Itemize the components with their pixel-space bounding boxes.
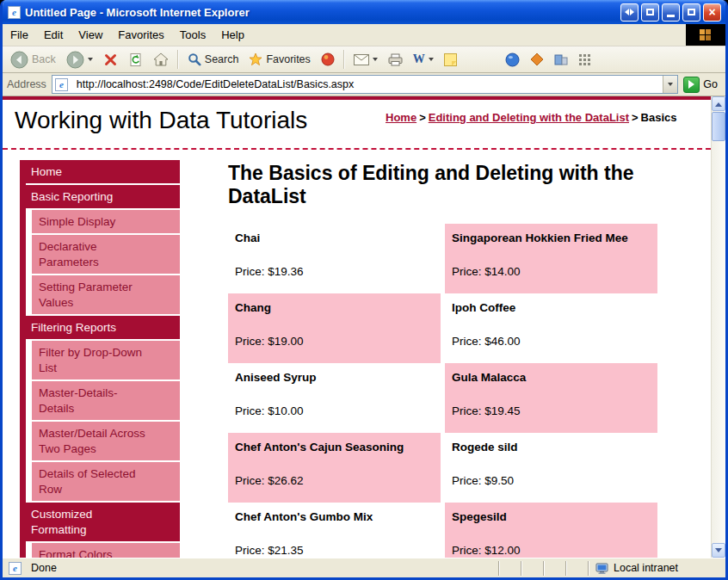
product-name: Rogede sild [452,440,651,454]
breadcrumb-separator: > [632,111,639,124]
security-zone: Local intranet [588,561,724,576]
media-ball-icon [321,52,335,66]
status-page-icon: e [9,562,22,575]
edit-with-word-button[interactable]: W [409,51,438,68]
grid-button[interactable] [574,52,595,68]
page-favicon: e [55,78,68,91]
address-url: http://localhost:2498/Code/EditDeleteDat… [77,78,663,90]
product-name: Chang [235,300,434,315]
sidebar-item-customized-formatting[interactable]: Customized Formatting [20,503,180,541]
forward-icon [66,51,84,69]
status-message: e Done [4,562,498,575]
sidebar-item-filtering-reports[interactable]: Filtering Reports [20,316,180,339]
product-cell: Spegesild Price: $12.00 [445,503,657,558]
messenger-button[interactable] [501,51,524,69]
research-button[interactable] [526,51,548,68]
address-input[interactable]: e http://localhost:2498/Code/EditDeleteD… [52,75,678,94]
toolbar-separator [343,50,345,69]
edit-dropdown-icon [429,58,434,64]
mail-icon [354,54,369,65]
menu-file[interactable]: File [3,24,36,46]
window-title: Untitled Page - Microsoft Internet Explo… [25,6,618,19]
sidebar-item-home[interactable]: Home [20,160,180,183]
sidebar-item-details-of-selected-row[interactable]: Details of Selected Row [32,462,180,501]
close-button[interactable]: × [703,3,721,22]
product-cell: Singaporean Hokkien Fried Mee Price: $14… [445,224,657,293]
print-button[interactable] [384,52,407,68]
scroll-up-button[interactable] [712,96,725,111]
stop-button[interactable] [99,51,122,69]
forward-button[interactable] [62,49,97,71]
sidebar-item-setting-parameter-values[interactable]: Setting Parameter Values [32,275,180,314]
product-cell: Chang Price: $19.00 [228,293,441,363]
status-pane [521,561,543,576]
status-pane [565,561,588,576]
product-cell: Aniseed Syrup Price: $10.00 [228,363,441,433]
go-arrow-icon [683,77,700,93]
main-content: The Basics of Editing and Deleting with … [228,160,678,558]
back-label: Back [32,53,56,65]
address-bar: Address e http://localhost:2498/Code/Edi… [3,73,725,96]
menu-help[interactable]: Help [213,24,252,46]
back-button[interactable]: Back [6,49,60,71]
window-arrows-button[interactable] [620,3,639,22]
sidebar-item-format-colors[interactable]: Format Colors [32,543,180,558]
breadcrumb-home-link[interactable]: Home [386,111,416,124]
browser-window: e Untitled Page - Microsoft Internet Exp… [0,0,728,580]
sidebar-item-master-details-details[interactable]: Master-Details-Details [32,381,180,420]
page-body: Home Basic Reporting Simple Display Decl… [3,150,711,558]
scroll-track[interactable] [712,142,725,543]
go-button[interactable]: Go [683,77,721,93]
product-name: Chef Anton's Cajun Seasoning [235,440,434,454]
toolbar-separator [177,50,179,69]
print-icon [388,53,403,66]
word-icon: W [413,52,425,66]
home-icon [153,52,169,66]
menu-favorites[interactable]: Favorites [110,24,171,46]
sidebar-item-simple-display[interactable]: Simple Display [32,210,180,233]
search-button[interactable]: Search [183,51,244,68]
minimize-button[interactable] [662,3,680,22]
page-title: The Basics of Editing and Deleting with … [228,162,678,208]
refresh-button[interactable] [124,51,147,69]
product-price: Price: $19.45 [452,404,651,418]
standard-toolbar: Back Search [3,46,725,73]
sidebar-item-basic-reporting[interactable]: Basic Reporting [20,185,180,208]
orange-diamond-icon [530,52,544,66]
media-button[interactable] [317,51,339,68]
status-pane [498,561,521,576]
discuss-button[interactable] [440,52,461,68]
mail-button[interactable] [349,52,382,67]
product-cell: Gula Malacca Price: $19.45 [445,363,657,433]
scroll-thumb[interactable] [712,112,725,141]
go-label: Go [703,78,718,90]
product-price: Price: $19.36 [235,264,434,279]
scroll-down-button[interactable] [712,543,725,558]
product-price: Price: $9.50 [452,473,651,488]
menu-edit[interactable]: Edit [36,24,71,46]
home-button[interactable] [149,51,173,68]
product-name: Chef Anton's Gumbo Mix [235,509,434,524]
address-dropdown-button[interactable] [663,76,677,93]
zone-text: Local intranet [614,562,678,574]
product-price: Price: $21.35 [235,543,434,558]
product-price: Price: $26.62 [235,473,434,488]
product-name: Ipoh Coffee [452,300,651,315]
restore-button[interactable] [682,3,700,22]
sidebar-item-filter-by-drop-down-list[interactable]: Filter by Drop-Down List [32,341,180,379]
blocks-button[interactable] [550,52,572,68]
web-page: Working with Data Tutorials Home>Editing… [3,96,711,558]
sidebar-item-master-detail-across-two-pages[interactable]: Master/Detail Across Two Pages [32,422,180,460]
browser-viewport: Working with Data Tutorials Home>Editing… [3,96,725,558]
product-name: Chai [235,231,434,245]
window-pane-button[interactable] [641,3,659,22]
menu-view[interactable]: View [71,24,110,46]
stop-icon [103,52,118,67]
status-pane [543,561,565,576]
favorites-button[interactable]: Favorites [244,51,314,68]
sidebar-item-declarative-parameters[interactable]: Declarative Parameters [32,235,180,274]
breadcrumb-section-link[interactable]: Editing and Deleting with the DataList [429,111,629,124]
product-cell: Ipoh Coffee Price: $46.00 [445,293,657,363]
vertical-scrollbar[interactable] [711,96,725,558]
menu-tools[interactable]: Tools [172,24,213,46]
